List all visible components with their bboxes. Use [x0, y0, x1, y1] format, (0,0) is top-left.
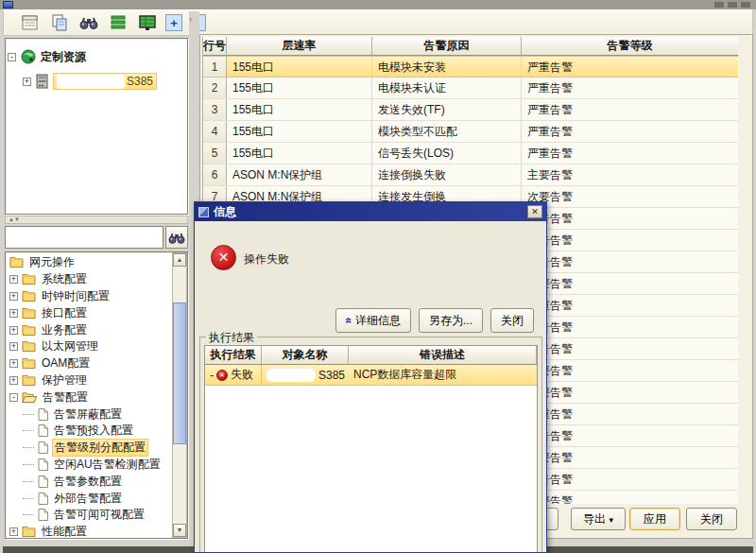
expander-icon[interactable]: +	[9, 275, 18, 284]
details-button[interactable]: «详细信息	[335, 308, 411, 333]
failure-icon: ✕	[216, 370, 228, 381]
window-titlebar	[0, 0, 756, 9]
folder-icon	[22, 340, 36, 353]
tree-splitter[interactable]: ▲▼ ·····································…	[5, 216, 188, 224]
folder-icon	[22, 526, 36, 538]
tree-item[interactable]: +保护管理	[6, 372, 171, 389]
selected-node[interactable]: S385	[53, 73, 157, 90]
copy-icon	[50, 13, 69, 32]
expander-icon[interactable]: -	[210, 369, 214, 382]
expander-icon[interactable]: +	[9, 326, 18, 335]
list-icon	[109, 13, 128, 32]
tree-item-label: 保护管理	[40, 372, 89, 389]
tree-item[interactable]: 告警级别分配配置	[6, 440, 171, 457]
expander-icon[interactable]: +	[9, 376, 18, 385]
scroll-up-icon[interactable]: ▲	[173, 253, 186, 267]
expander-icon[interactable]: +	[9, 527, 18, 536]
expander-icon[interactable]: +	[9, 292, 18, 301]
tree-item[interactable]: 告警参数配置	[6, 473, 171, 490]
row-number: 5	[203, 143, 227, 164]
scroll-down-icon[interactable]: ▼	[173, 524, 186, 537]
tree-item[interactable]: +接口配置	[6, 304, 171, 321]
tree-item[interactable]: -告警配置	[6, 389, 171, 406]
tree-branch-line	[23, 447, 34, 448]
tree-item-label: 告警参数配置	[52, 474, 124, 490]
alarm-row[interactable]: 3155电口发送失效(TF)严重告警	[203, 99, 738, 121]
col-header-row-no[interactable]: 行号	[203, 37, 227, 56]
expand-all-button[interactable]: +	[165, 14, 182, 31]
execution-result-group: 执行结果 执行结果 对象名称 错误描述 - ✕ 失败 S385	[199, 337, 542, 552]
tree-item[interactable]: +系统配置	[6, 271, 171, 288]
expander-icon[interactable]: +	[23, 78, 31, 86]
col-header-result[interactable]: 执行结果	[205, 346, 262, 365]
app-window: + - - 定制资源 + S385 ▲▼ ···················…	[0, 0, 756, 553]
reason-cell: 发送失效(TF)	[372, 99, 522, 120]
table-tool-button[interactable]	[136, 11, 159, 34]
resource-tree-node[interactable]: + S385	[8, 69, 185, 94]
tree-item[interactable]: 告警屏蔽配置	[6, 406, 171, 423]
level-cell: 次要告警	[522, 186, 738, 207]
tree-item[interactable]: +时钟时间配置	[6, 288, 171, 305]
col-header-reason[interactable]: 告警原因	[372, 37, 522, 56]
dialog-close-icon[interactable]: ✕	[527, 205, 542, 218]
open-folder-icon	[22, 391, 37, 404]
tree-item[interactable]: 空闲AU告警检测配置	[6, 457, 171, 474]
resource-tree-root-label: 定制资源	[41, 49, 86, 65]
export-button[interactable]: 导出 ▾	[571, 508, 626, 530]
window-controls[interactable]	[714, 2, 752, 8]
row-number: 6	[203, 164, 227, 185]
col-header-rate[interactable]: 层速率	[227, 37, 372, 56]
redacted-label	[266, 369, 316, 382]
dialog-close-button[interactable]: 关闭	[490, 308, 534, 333]
alarm-row[interactable]: 5155电口信号丢失(LOS)严重告警	[203, 143, 738, 164]
expander-icon[interactable]: +	[9, 309, 18, 318]
document-icon	[38, 441, 48, 454]
tree-item-label: 接口配置	[40, 305, 89, 321]
tree-item[interactable]: 告警可闻可视配置	[6, 507, 171, 524]
close-button[interactable]: 关闭	[686, 508, 737, 530]
tree-item[interactable]: 外部告警配置	[6, 490, 171, 507]
tree-item[interactable]: +OAM配置	[6, 355, 171, 372]
rate-cell: ASON M:N保护组	[227, 164, 372, 185]
row-number: 1	[203, 57, 227, 77]
board-tool-button[interactable]	[19, 11, 42, 34]
level-cell: 主要告警	[522, 273, 738, 294]
tree-item[interactable]: +以太网管理	[6, 338, 171, 355]
table-icon	[138, 13, 157, 32]
expander-icon[interactable]: -	[8, 53, 16, 61]
tree-item[interactable]: 网元操作	[6, 254, 171, 271]
save-as-button[interactable]: 另存为...	[419, 308, 483, 333]
expander-icon[interactable]: +	[9, 359, 18, 368]
dialog-title: 信息	[214, 204, 236, 220]
search-input[interactable]	[5, 226, 163, 249]
list-tool-button[interactable]	[107, 11, 129, 34]
tree-item[interactable]: +业务配置	[6, 321, 171, 338]
tree-item[interactable]: 告警预投入配置	[6, 423, 171, 440]
apply-button[interactable]: 应用	[629, 508, 680, 530]
folder-icon	[22, 324, 36, 337]
level-cell: 严重告警	[522, 121, 738, 142]
result-row[interactable]: - ✕ 失败 S385 NCP数据库容量超限	[205, 365, 537, 386]
col-header-error[interactable]: 错误描述	[349, 346, 537, 365]
alarm-row[interactable]: 6ASON M:N保护组连接倒换失败主要告警	[203, 164, 738, 186]
search-button[interactable]	[165, 226, 188, 249]
level-cell: 次要告警	[522, 382, 738, 403]
resource-tree-root[interactable]: - 定制资源	[8, 44, 185, 69]
copy-tool-button[interactable]	[48, 11, 71, 34]
col-header-level[interactable]: 告警等级	[522, 37, 738, 56]
operation-tree-scrollbar[interactable]: ▲ ▼	[172, 252, 187, 538]
expander-icon[interactable]: -	[9, 393, 18, 402]
col-header-object[interactable]: 对象名称	[262, 346, 349, 365]
scrollbar-thumb[interactable]	[173, 302, 186, 444]
rate-cell: 155电口	[227, 57, 372, 77]
dialog-icon	[198, 207, 209, 217]
tree-item[interactable]: +性能配置	[6, 524, 171, 538]
find-tool-button[interactable]	[77, 11, 100, 34]
alarm-row[interactable]: 4155电口模块类型不匹配严重告警	[203, 121, 738, 143]
alarm-row[interactable]: 1155电口电模块未安装严重告警	[203, 56, 738, 78]
tree-branch-line	[23, 430, 34, 431]
dialog-titlebar[interactable]: 信息 ✕	[195, 202, 546, 221]
level-cell: 警告告警	[522, 425, 738, 446]
expander-icon[interactable]: +	[9, 342, 18, 351]
alarm-row[interactable]: 2155电口电模块未认证严重告警	[203, 78, 738, 99]
